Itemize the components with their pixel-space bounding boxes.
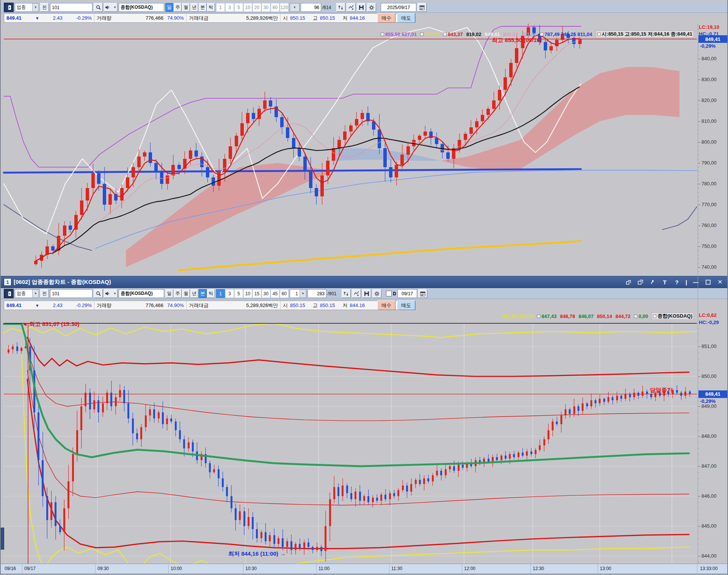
gear-icon [369, 5, 374, 10]
time-axis-label: 09:30 [97, 566, 109, 571]
chevron-down-icon[interactable]: ▼ [113, 6, 116, 9]
restore-window-button[interactable] [625, 279, 632, 285]
interval-button[interactable]: 1 [216, 3, 225, 12]
period-button[interactable]: 일 [165, 289, 173, 298]
settings-button[interactable] [367, 3, 376, 12]
period-button[interactable]: 주 [174, 289, 182, 298]
buy-button[interactable]: 매수 [377, 13, 395, 23]
market-type-select[interactable]: 업종 ▼ [15, 3, 39, 12]
legend-item: 종합(KOSDAQ) [651, 312, 694, 320]
compare-button[interactable] [342, 289, 351, 298]
axis-tick [698, 184, 700, 184]
interval-button[interactable]: 60 [280, 289, 289, 298]
interval-button[interactable]: 1 [216, 289, 225, 298]
interval-button[interactable]: 15 [253, 289, 261, 298]
axis-tick [698, 406, 700, 407]
close-button[interactable]: ✕ [717, 279, 723, 285]
calendar-button[interactable] [417, 3, 427, 12]
divider: | [686, 279, 687, 285]
code-select[interactable]: ▼ [50, 3, 93, 12]
chevron-down-icon[interactable]: ▼ [113, 292, 116, 295]
period-button[interactable]: 틱 [207, 289, 215, 298]
code-select[interactable]: ▼ [50, 289, 93, 298]
calendar-button[interactable] [418, 289, 427, 298]
settings-button[interactable] [372, 289, 381, 298]
period-button[interactable]: 년 [190, 289, 198, 298]
save-button[interactable] [362, 289, 371, 298]
all-button[interactable]: 전 [40, 289, 49, 298]
window-controls: T ? | — ✕ [625, 279, 728, 285]
panel-icon [6, 5, 11, 10]
current-price-percent: -0,29% [700, 43, 715, 49]
time-axis-label: 09/16 [5, 566, 16, 571]
legend-item: 831,19 [503, 31, 518, 37]
time-axis-label: 10:00 [171, 566, 182, 571]
vertical-scrollbar[interactable] [1, 528, 4, 550]
axis-tick-label: 847,00 [701, 463, 717, 469]
minute-unit-select[interactable]: 1 ▼ [290, 289, 306, 298]
minute-candlestick-chart[interactable] [1, 311, 728, 564]
interval-button[interactable]: 45 [271, 289, 279, 298]
last-price: 849.41 [6, 302, 22, 308]
extra-select[interactable]: ▼ [290, 3, 300, 12]
sell-button[interactable]: 매도 [397, 301, 415, 310]
interval-button[interactable]: 10 [243, 3, 252, 12]
search-button[interactable] [94, 3, 103, 12]
top-chart-toolbar: 업종 ▼ 전 ▼ ▼ 종합(KOSDAQ) 일주월년분틱 13510203060… [1, 2, 728, 13]
panel-toggle-button[interactable] [4, 289, 14, 298]
period-button[interactable]: 분 [199, 289, 207, 298]
chevron-down-icon[interactable]: ▼ [32, 290, 39, 298]
cascade-windows-button[interactable] [637, 279, 644, 285]
interval-button[interactable]: 3 [225, 3, 234, 12]
date-input[interactable] [381, 3, 416, 12]
period-button[interactable]: 틱 [207, 3, 215, 12]
line-tool-button[interactable] [347, 3, 356, 12]
time-axis-divider [95, 564, 96, 574]
interval-button[interactable]: 10 [243, 289, 252, 298]
period-button[interactable]: 년 [190, 3, 198, 12]
pin-button[interactable] [649, 279, 656, 285]
save-button[interactable] [357, 3, 366, 12]
maximize-button[interactable] [704, 279, 711, 285]
search-button[interactable] [94, 289, 103, 298]
period-button[interactable]: 분 [199, 3, 207, 12]
period-button[interactable]: 월 [182, 3, 190, 12]
interval-button[interactable]: 30 [262, 289, 270, 298]
all-button[interactable]: 전 [40, 3, 49, 12]
help-button[interactable]: ? [673, 279, 680, 285]
period-button[interactable]: 월 [182, 289, 190, 298]
bar-count-input[interactable] [301, 3, 321, 12]
bar-count-input[interactable] [308, 289, 326, 298]
interval-button[interactable]: 3 [225, 289, 234, 298]
sell-button[interactable]: 매도 [397, 13, 415, 23]
chevron-down-icon[interactable]: ▼ [32, 3, 39, 11]
period-button[interactable]: 주 [174, 3, 182, 12]
d-checkbox[interactable] [386, 291, 392, 296]
interval-button[interactable]: 5 [234, 3, 243, 12]
period-button[interactable]: 일 [165, 3, 173, 12]
market-type-select[interactable]: 업종 ▼ [15, 289, 39, 298]
daily-candlestick-chart[interactable] [1, 24, 728, 276]
compare-button[interactable] [336, 3, 345, 12]
minute-chart-area[interactable] [1, 311, 728, 564]
buy-button[interactable]: 매수 [377, 301, 395, 310]
date-input[interactable] [397, 289, 417, 298]
sound-button[interactable]: ▼ [104, 289, 118, 298]
chevron-down-icon[interactable]: ▼ [300, 290, 306, 298]
panel-toggle-button[interactable] [4, 3, 14, 12]
interval-button[interactable]: 120 [280, 3, 289, 12]
code-input[interactable] [50, 291, 112, 296]
code-input[interactable] [50, 5, 112, 10]
sound-button[interactable]: ▼ [104, 3, 118, 12]
daily-chart-area[interactable] [1, 24, 728, 276]
line-tool-button[interactable] [352, 289, 361, 298]
minimize-button[interactable]: — [692, 279, 699, 285]
window-titlebar[interactable]: 1 [0602] 업종종합차트 - 종합(KOSDAQ) T ? | — ✕ [1, 276, 728, 288]
interval-button[interactable]: 5 [234, 289, 243, 298]
interval-button[interactable]: 60 [271, 3, 279, 12]
value-label: 거래대금 [189, 15, 209, 22]
interval-buttons: 1351015304560 [216, 289, 289, 298]
text-tool-button[interactable]: T [661, 279, 668, 285]
interval-button[interactable]: 20 [253, 3, 261, 12]
interval-button[interactable]: 30 [262, 3, 270, 12]
